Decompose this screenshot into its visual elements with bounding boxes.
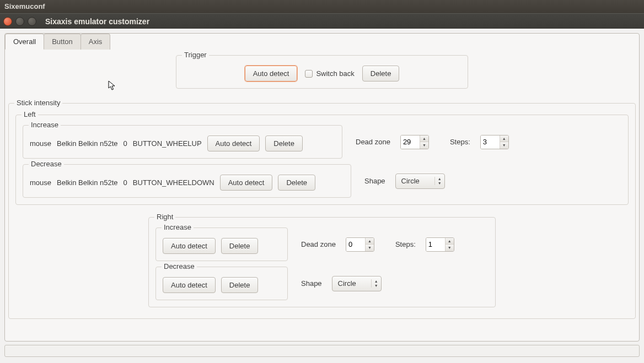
window-close-button[interactable] <box>3 17 12 26</box>
left-decrease-type: mouse <box>30 178 51 187</box>
left-legend: Left <box>22 110 38 118</box>
right-steps-input[interactable] <box>426 238 445 251</box>
left-steps-label: Steps: <box>450 138 470 146</box>
left-shape-combo[interactable]: Circle ▲▼ <box>395 174 445 189</box>
right-increase-legend: Increase <box>162 223 194 231</box>
spin-down-icon[interactable]: ▼ <box>420 142 428 149</box>
window-minimize-button[interactable] <box>15 17 24 26</box>
trigger-legend: Trigger <box>182 51 209 59</box>
tab-axis[interactable]: Axis <box>80 34 111 50</box>
right-decrease-legend: Decrease <box>162 262 197 270</box>
outer-title-bar: Sixemuconf <box>0 0 644 13</box>
tab-button[interactable]: Button <box>44 34 81 50</box>
spin-down-icon[interactable]: ▼ <box>446 244 454 251</box>
right-legend: Right <box>154 213 175 221</box>
left-increase-legend: Increase <box>29 121 61 129</box>
right-decrease-delete-button[interactable]: Delete <box>221 277 259 293</box>
trigger-group: Trigger Auto detect Switch back Delete <box>176 55 468 89</box>
right-increase-delete-button[interactable]: Delete <box>221 238 259 254</box>
spin-down-icon[interactable]: ▼ <box>366 244 374 251</box>
spin-up-icon[interactable]: ▲ <box>420 136 428 142</box>
left-decrease-auto-detect-button[interactable]: Auto detect <box>220 175 273 191</box>
right-decrease-group: Decrease Auto detect Delete <box>155 267 288 300</box>
spin-down-icon[interactable]: ▼ <box>500 142 508 149</box>
trigger-delete-button[interactable]: Delete <box>362 66 400 82</box>
left-steps-input[interactable] <box>481 136 500 149</box>
left-decrease-id: BUTTON_WHEELDOWN <box>133 178 214 187</box>
status-bar <box>4 345 640 357</box>
outer-title-text: Sixemuconf <box>4 2 45 10</box>
left-increase-index: 0 <box>124 139 127 148</box>
combo-arrows-icon: ▲▼ <box>434 177 442 185</box>
stick-intensity-group: Stick intensity Left Increase mouse Belk… <box>8 103 636 319</box>
window-title-text: Sixaxis emulator customizer <box>45 17 149 26</box>
left-group: Left Increase mouse Belkin Belkin n52te … <box>15 115 629 205</box>
left-increase-device: Belkin Belkin n52te <box>57 139 118 148</box>
right-increase-auto-detect-button[interactable]: Auto detect <box>163 238 216 254</box>
left-shape-label: Shape <box>364 177 385 185</box>
left-decrease-index: 0 <box>124 178 127 187</box>
right-shape-label: Shape <box>301 279 322 288</box>
window-title-bar: Sixaxis emulator customizer <box>0 13 644 29</box>
tab-overall[interactable]: Overall <box>5 34 44 50</box>
left-decrease-group: Decrease mouse Belkin Belkin n52te 0 BUT… <box>23 164 351 198</box>
spin-up-icon[interactable]: ▲ <box>366 238 374 245</box>
right-decrease-auto-detect-button[interactable]: Auto detect <box>163 277 216 293</box>
left-increase-delete-button[interactable]: Delete <box>265 136 303 151</box>
left-increase-group: Increase mouse Belkin Belkin n52te 0 BUT… <box>23 125 342 159</box>
right-increase-group: Increase Auto detect Delete <box>155 227 288 261</box>
left-deadzone-label: Dead zone <box>356 138 390 146</box>
left-steps-spin[interactable]: ▲ ▼ <box>480 135 509 149</box>
checkbox-icon <box>305 70 313 78</box>
right-steps-spin[interactable]: ▲ ▼ <box>426 237 454 252</box>
left-deadzone-spin[interactable]: ▲ ▼ <box>400 135 429 149</box>
left-decrease-delete-button[interactable]: Delete <box>278 175 315 191</box>
spin-up-icon[interactable]: ▲ <box>446 238 454 245</box>
right-deadzone-input[interactable] <box>346 238 365 251</box>
left-deadzone-input[interactable] <box>401 136 420 149</box>
left-decrease-legend: Decrease <box>29 160 64 168</box>
right-shape-value: Circle <box>338 279 371 288</box>
combo-arrows-icon: ▲▼ <box>371 279 379 288</box>
left-increase-auto-detect-button[interactable]: Auto detect <box>207 136 260 151</box>
trigger-auto-detect-button[interactable]: Auto detect <box>245 66 298 82</box>
stick-intensity-legend: Stick intensity <box>14 99 62 107</box>
spin-up-icon[interactable]: ▲ <box>500 136 508 142</box>
window-maximize-button[interactable] <box>28 17 36 26</box>
right-deadzone-spin[interactable]: ▲ ▼ <box>346 237 374 252</box>
left-increase-type: mouse <box>30 139 51 148</box>
right-steps-label: Steps: <box>395 240 416 248</box>
tab-strip: Overall Button Axis <box>5 33 639 49</box>
left-increase-id: BUTTON_WHEELUP <box>133 139 202 148</box>
notebook: Overall Button Axis Trigger Auto detect … <box>4 33 640 342</box>
right-group: Right Increase Auto detect Delete Dead <box>148 217 496 307</box>
tab-overall-content: Trigger Auto detect Switch back Delete S… <box>5 50 639 327</box>
right-shape-combo[interactable]: Circle ▲▼ <box>332 276 382 291</box>
trigger-switch-back-checkbox[interactable]: Switch back <box>305 69 354 78</box>
right-deadzone-label: Dead zone <box>301 240 336 248</box>
left-decrease-device: Belkin Belkin n52te <box>57 178 118 187</box>
left-shape-value: Circle <box>401 177 434 185</box>
trigger-switch-back-label: Switch back <box>316 69 354 78</box>
